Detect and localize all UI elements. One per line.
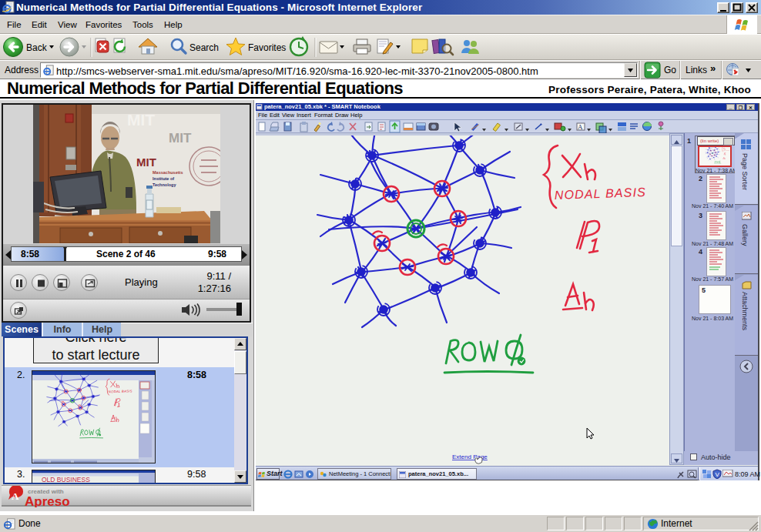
svg-text:Favorites: Favorites <box>248 42 286 53</box>
svg-text:OLD BUSINESS: OLD BUSINESS <box>42 476 90 483</box>
svg-text:Apreso: Apreso <box>25 494 70 507</box>
svg-text:A: A <box>12 490 19 502</box>
svg-text:Extend Page: Extend Page <box>452 453 488 460</box>
svg-text:Institute of: Institute of <box>153 176 174 181</box>
svg-text:MIT: MIT <box>127 111 155 129</box>
svg-text:Massachusetts: Massachusetts <box>153 170 183 175</box>
svg-text:A: A <box>578 123 583 131</box>
svg-text:MIT: MIT <box>169 131 192 146</box>
svg-text:Back: Back <box>26 42 48 53</box>
svg-text:MIT: MIT <box>136 156 156 169</box>
svg-text:Search: Search <box>189 42 219 53</box>
svg-text:Technology: Technology <box>153 182 176 187</box>
svg-text:V: V <box>716 471 720 478</box>
